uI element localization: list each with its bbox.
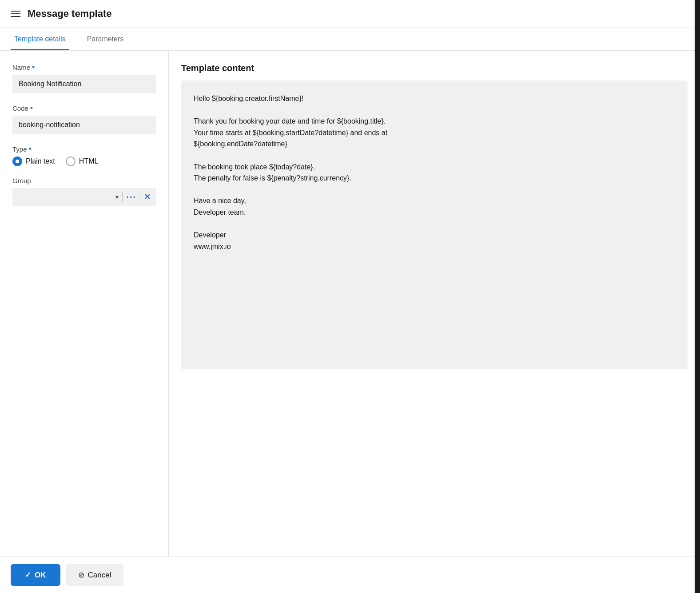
divider2 xyxy=(140,192,140,202)
clear-icon[interactable]: ✕ xyxy=(144,192,151,202)
name-input[interactable] xyxy=(12,75,156,93)
right-panel: Template content Hello ${booking.creator… xyxy=(169,51,700,586)
cancel-label: Cancel xyxy=(88,571,111,580)
radio-html[interactable]: HTML xyxy=(66,156,99,166)
name-label: Name • xyxy=(12,63,156,71)
cancel-button[interactable]: ⊘ Cancel xyxy=(66,564,124,586)
divider xyxy=(122,192,123,202)
cancel-icon: ⊘ xyxy=(78,570,84,580)
group-selector[interactable]: ▾ ··· ✕ xyxy=(12,188,156,206)
page-title: Message template xyxy=(28,8,112,20)
code-label: Code • xyxy=(12,104,156,112)
name-required-indicator: • xyxy=(32,63,35,71)
tabs-bar: Template details Parameters xyxy=(0,28,700,51)
code-required-indicator: • xyxy=(30,104,33,112)
group-input[interactable] xyxy=(18,193,112,201)
radio-html-circle xyxy=(66,156,76,166)
code-input[interactable] xyxy=(12,116,156,134)
left-panel: Name • Code • Type • Plain text xyxy=(0,51,169,586)
ok-label: OK xyxy=(35,571,46,580)
radio-plain-text-label: Plain text xyxy=(26,157,55,165)
chevron-down-icon[interactable]: ▾ xyxy=(115,193,119,200)
group-field-group: Group ▾ ··· ✕ xyxy=(12,177,156,206)
type-field-group: Type • Plain text HTML xyxy=(12,145,156,166)
code-field-group: Code • xyxy=(12,104,156,134)
radio-html-label: HTML xyxy=(79,157,99,165)
content-area: Name • Code • Type • Plain text xyxy=(0,51,700,586)
template-content-title: Template content xyxy=(181,63,688,73)
type-radio-group: Plain text HTML xyxy=(12,156,156,166)
radio-plain-text-circle xyxy=(12,156,22,166)
header: Message template xyxy=(0,0,700,28)
template-content-body[interactable]: Hello ${booking.creator.firstName}! Than… xyxy=(181,80,688,369)
tab-template-details[interactable]: Template details xyxy=(11,28,69,50)
bottom-bar: ✓ OK ⊘ Cancel xyxy=(0,557,700,593)
ok-check-icon: ✓ xyxy=(25,570,31,580)
hamburger-menu-icon[interactable] xyxy=(11,11,20,17)
group-label: Group xyxy=(12,177,156,184)
tab-parameters[interactable]: Parameters xyxy=(84,28,127,50)
ok-button[interactable]: ✓ OK xyxy=(11,564,60,586)
type-label: Type • xyxy=(12,145,156,153)
radio-plain-text[interactable]: Plain text xyxy=(12,156,55,166)
more-options-icon[interactable]: ··· xyxy=(126,192,136,202)
name-field-group: Name • xyxy=(12,63,156,93)
type-required-indicator: • xyxy=(29,145,32,153)
scrollbar-track xyxy=(695,0,700,593)
